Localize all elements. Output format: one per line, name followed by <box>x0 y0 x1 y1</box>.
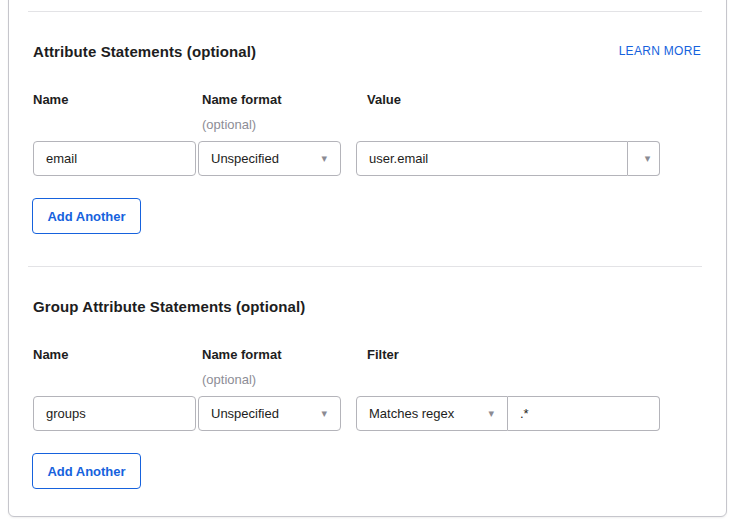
name-format-selected-value: Unspecified <box>211 151 279 166</box>
group-filter-group: Matches regex ▾ <box>356 396 660 431</box>
name-format-optional-hint: (optional) <box>202 372 256 387</box>
column-header-name: Name <box>33 92 68 107</box>
attribute-value-combobox: ▾ <box>356 141 660 176</box>
chevron-down-icon: ▾ <box>321 408 327 419</box>
saml-settings-page: Attribute Statements (optional) LEARN MO… <box>0 0 737 530</box>
group-attribute-statements-title: Group Attribute Statements (optional) <box>33 298 305 315</box>
filter-condition-select[interactable]: Matches regex ▾ <box>356 396 508 431</box>
add-another-group-attribute-button[interactable]: Add Another <box>32 453 141 489</box>
add-another-attribute-button[interactable]: Add Another <box>32 198 141 234</box>
learn-more-link[interactable]: LEARN MORE <box>619 44 701 58</box>
chevron-down-icon: ▾ <box>488 408 494 419</box>
filter-value-input[interactable] <box>508 396 660 431</box>
name-format-optional-hint: (optional) <box>202 117 256 132</box>
column-header-name-format: Name format <box>202 92 281 107</box>
settings-card <box>8 0 727 517</box>
column-header-name: Name <box>33 347 68 362</box>
attribute-value-input[interactable] <box>356 141 628 176</box>
column-header-name-format: Name format <box>202 347 281 362</box>
attribute-name-input[interactable] <box>33 141 196 176</box>
chevron-down-icon: ▾ <box>321 153 327 164</box>
attribute-statements-title: Attribute Statements (optional) <box>33 43 256 60</box>
filter-condition-selected-value: Matches regex <box>369 406 454 421</box>
column-header-value: Value <box>367 92 401 107</box>
section-divider <box>28 11 702 12</box>
chevron-down-icon: ▾ <box>645 153 651 164</box>
section-divider <box>28 266 702 267</box>
group-name-input[interactable] <box>33 396 196 431</box>
group-name-format-select[interactable]: Unspecified ▾ <box>198 396 341 431</box>
attribute-name-format-select[interactable]: Unspecified ▾ <box>198 141 341 176</box>
name-format-selected-value: Unspecified <box>211 406 279 421</box>
column-header-filter: Filter <box>367 347 399 362</box>
value-dropdown-toggle-button[interactable]: ▾ <box>628 141 660 176</box>
